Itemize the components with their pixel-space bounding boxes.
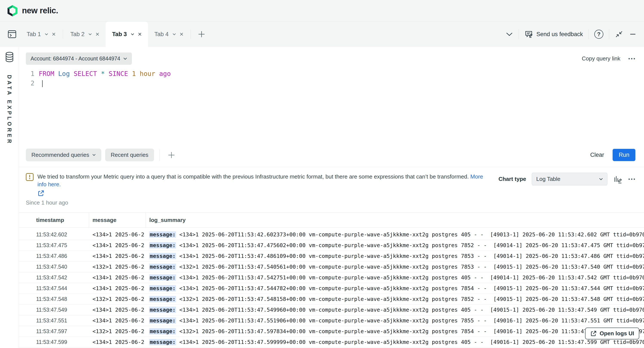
open-logs-ui-label: Open logs UI xyxy=(600,330,634,337)
table-row[interactable]: 11:53:47.548 <132>1 2025-06-2 message: <… xyxy=(19,294,644,304)
query-line: 2 xyxy=(26,78,636,88)
tab-label: Tab 3 xyxy=(112,31,127,38)
query-console-icon[interactable] xyxy=(4,22,20,47)
cell-timestamp: 11:53:47.597 xyxy=(19,328,89,334)
cell-timestamp: 11:53:47.549 xyxy=(19,307,89,313)
workspace-tab[interactable]: Tab 3 xyxy=(106,22,148,47)
tab-close-icon[interactable] xyxy=(96,32,99,36)
workspace-tab[interactable]: Tab 4 xyxy=(148,22,190,47)
recent-queries-button[interactable]: Recent queries xyxy=(105,148,154,161)
cell-message: <134>1 2025-06-2 xyxy=(89,253,146,259)
edit-chart-icon[interactable] xyxy=(613,174,622,184)
minimize-icon[interactable] xyxy=(629,30,637,38)
tab-label: Tab 2 xyxy=(70,31,84,38)
clear-button[interactable]: Clear xyxy=(590,152,604,158)
column-header-message: message xyxy=(89,213,146,227)
account-picker-label: Account: 6844974 - Account 6844974 xyxy=(30,56,120,62)
log-text: <134>1 2025-06-20T11:53:47.544782+00:00 … xyxy=(176,285,644,292)
data-explorer-rail: DATA EXPLORER xyxy=(0,47,19,348)
table-row[interactable]: 11:53:42.602 <134>1 2025-06-2 message: <… xyxy=(19,229,644,240)
log-key: message: xyxy=(149,339,176,345)
divider xyxy=(588,29,589,39)
cell-log-summary: message: <134>1 2025-06-20T11:53:47.5519… xyxy=(146,318,644,324)
column-header-log-summary: log_summary xyxy=(146,213,644,227)
query-toolbar: Recommended queries Recent queries Clear… xyxy=(26,148,636,161)
table-row[interactable]: 11:53:47.542 <134>1 2025-06-2 message: <… xyxy=(19,272,644,283)
cell-log-summary: message: <132>1 2025-06-20T11:53:47.5481… xyxy=(146,296,644,302)
chevron-down-icon xyxy=(599,178,603,180)
query-more-menu-icon[interactable] xyxy=(628,58,636,60)
table-row[interactable]: 11:53:47.486 <134>1 2025-06-2 message: <… xyxy=(19,251,644,262)
tab-label: Tab 1 xyxy=(27,31,41,38)
log-key: message: xyxy=(149,328,176,334)
query-code xyxy=(39,78,42,88)
tab-chevron-down-icon[interactable] xyxy=(131,33,134,36)
cell-message: <132>1 2025-06-2 xyxy=(89,264,146,270)
add-query-icon[interactable] xyxy=(166,151,178,159)
help-glyph: ? xyxy=(597,31,600,38)
log-text: <134>1 2025-06-20T11:53:47.486109+00:00 … xyxy=(176,253,644,259)
chart-more-menu-icon[interactable] xyxy=(628,178,636,180)
cell-timestamp: 11:53:47.548 xyxy=(19,296,89,302)
recent-queries-label: Recent queries xyxy=(111,152,148,158)
cell-message: <134>1 2025-06-2 xyxy=(89,285,146,292)
table-row[interactable]: 11:53:47.597 <132>1 2025-06-2 message: <… xyxy=(19,326,644,337)
transform-warning: We tried to transform your Metric query … xyxy=(26,173,498,206)
column-header-timestamp: timestamp xyxy=(19,213,89,227)
help-icon[interactable]: ? xyxy=(594,30,603,39)
recommended-queries-label: Recommended queries xyxy=(32,152,89,158)
cell-timestamp: 11:53:47.542 xyxy=(19,274,89,281)
log-key: message: xyxy=(149,264,176,270)
chart-type-label: Chart type xyxy=(498,176,526,182)
log-text: <134>1 2025-06-20T11:53:47.542751+00:00 … xyxy=(176,274,644,281)
recommended-queries-button[interactable]: Recommended queries xyxy=(26,148,101,161)
chevron-down-icon xyxy=(123,58,127,60)
log-key: message: xyxy=(149,307,176,313)
database-icon[interactable] xyxy=(4,52,14,62)
table-row[interactable]: 11:53:47.540 <132>1 2025-06-2 message: <… xyxy=(19,262,644,272)
send-feedback-button[interactable]: Send us feedback xyxy=(524,30,583,39)
table-row[interactable]: 11:53:47.475 <134>1 2025-06-2 message: <… xyxy=(19,240,644,251)
divider xyxy=(518,29,519,39)
table-row[interactable]: 11:53:47.549 <134>1 2025-06-2 message: <… xyxy=(19,304,644,315)
tab-separator xyxy=(63,30,63,39)
tab-chevron-down-icon[interactable] xyxy=(172,33,176,36)
log-text: <134>1 2025-06-20T11:53:47.551906+00:00 … xyxy=(176,318,644,324)
tabbar-right-controls: Send us feedback ? xyxy=(506,22,644,47)
cell-message: <134>1 2025-06-2 xyxy=(89,318,146,324)
cell-timestamp: 11:53:47.540 xyxy=(19,264,89,270)
tab-close-icon[interactable] xyxy=(138,32,142,36)
workspace-tab[interactable]: Tab 1 xyxy=(20,22,62,47)
external-link-icon[interactable] xyxy=(38,190,492,197)
table-row[interactable]: 11:53:47.544 <134>1 2025-06-2 message: <… xyxy=(19,283,644,294)
main-area: DATA EXPLORER Account: 6844974 - Account… xyxy=(0,47,644,348)
collapse-icon[interactable] xyxy=(615,30,623,38)
log-text: <132>1 2025-06-20T11:53:47.548158+00:00 … xyxy=(176,296,644,302)
chart-type-select[interactable]: Log Table xyxy=(532,173,608,186)
tab-label: Tab 4 xyxy=(154,31,169,38)
table-row[interactable]: 11:53:47.551 <134>1 2025-06-2 message: <… xyxy=(19,315,644,326)
warning-text: We tried to transform your Metric query … xyxy=(38,173,469,180)
log-text: <132>1 2025-06-20T11:53:47.597834+00:00 … xyxy=(176,328,644,334)
tab-chevron-down-icon[interactable] xyxy=(88,33,92,36)
notice-section: We tried to transform your Metric query … xyxy=(19,167,644,210)
log-text: <134>1 2025-06-20T11:53:47.475602+00:00 … xyxy=(176,242,644,248)
chevron-down-icon[interactable] xyxy=(506,32,513,36)
line-number: 2 xyxy=(26,78,34,88)
account-picker[interactable]: Account: 6844974 - Account 6844974 xyxy=(26,52,132,65)
open-logs-ui-button[interactable]: Open logs UI xyxy=(585,328,639,340)
copy-query-link-button[interactable]: Copy query link xyxy=(582,55,620,62)
nrql-editor[interactable]: 1FROM Log SELECT * SINCE 1 hour ago2 xyxy=(26,69,636,123)
tab-chevron-down-icon[interactable] xyxy=(45,33,48,36)
cell-log-summary: message: <134>1 2025-06-20T11:53:47.5447… xyxy=(146,285,644,292)
tab-close-icon[interactable] xyxy=(52,32,56,36)
run-button[interactable]: Run xyxy=(612,149,636,161)
workspace-tab[interactable]: Tab 2 xyxy=(64,22,106,47)
tab-close-icon[interactable] xyxy=(180,32,183,36)
table-row[interactable]: 11:53:47.599 <134>1 2025-06-2 message: <… xyxy=(19,337,644,348)
log-key: message: xyxy=(149,232,176,238)
add-tab-button[interactable] xyxy=(192,22,212,47)
cell-log-summary: message: <134>1 2025-06-20T11:53:47.5427… xyxy=(146,274,644,281)
line-number: 1 xyxy=(26,69,34,78)
query-header-actions: Copy query link xyxy=(582,55,636,62)
